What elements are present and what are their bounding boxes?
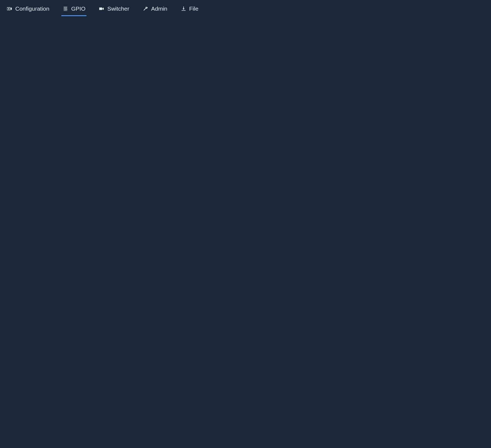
nav-label: File: [189, 5, 199, 12]
camera-icon: [98, 6, 104, 12]
nav-item-configuration[interactable]: Configuration: [5, 3, 50, 16]
nav-item-gpio[interactable]: GPIO: [61, 3, 87, 16]
sliders-icon: [62, 6, 68, 12]
nav-item-admin[interactable]: Admin: [141, 3, 169, 16]
nav-label: Admin: [151, 5, 167, 12]
nav-label: GPIO: [71, 5, 86, 12]
nav-item-switcher[interactable]: Switcher: [97, 3, 130, 16]
nav-item-file[interactable]: File: [179, 3, 200, 16]
nav-label: Switcher: [107, 5, 129, 12]
nav-label: Configuration: [15, 5, 49, 12]
wrench-icon: [142, 6, 148, 12]
download-icon: [181, 6, 187, 12]
video-plus-icon: [7, 6, 13, 12]
